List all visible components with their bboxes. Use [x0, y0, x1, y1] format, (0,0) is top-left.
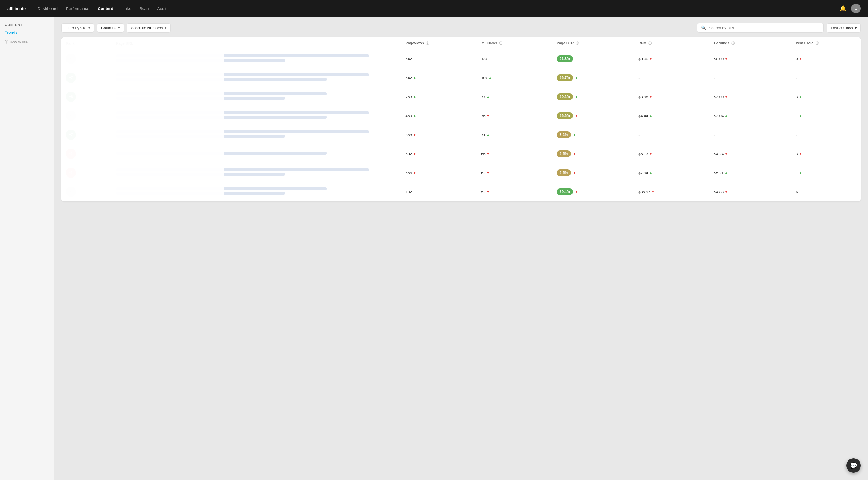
col-clicks-header[interactable]: ▼ Clicks ⓘ — [477, 37, 553, 50]
chevron-down-icon: ▾ — [855, 26, 857, 30]
sort-icon: ▼ — [481, 41, 485, 45]
earnings-cell: $2.04▲ — [710, 107, 792, 125]
ctr-badge: 9.5% — [557, 170, 571, 176]
nav-scan[interactable]: Scan — [140, 6, 149, 11]
info-icon: ⓘ — [815, 41, 819, 45]
earnings-value: $4.24▼ — [714, 152, 728, 156]
trend-up-icon: ▲ — [573, 133, 576, 137]
trend-up-icon: ▲ — [799, 171, 802, 175]
clicks-value: 62▼ — [481, 171, 490, 175]
nav-audit[interactable]: Audit — [157, 6, 167, 11]
trend-down-icon: ▼ — [799, 57, 802, 61]
search-container: 🔍 — [697, 23, 824, 33]
pageviews-value: 753▲ — [406, 95, 416, 99]
earnings-cell: $0.00▼ — [710, 50, 792, 68]
col-earnings-header: Earnings ⓘ — [710, 37, 792, 50]
bell-icon[interactable]: 🔔 — [840, 5, 846, 12]
clicks-cell: 137— — [477, 50, 553, 68]
sidebar-item-trends[interactable]: Trends — [5, 30, 50, 35]
trend-down-icon: ▼ — [724, 95, 728, 98]
earnings-cell: - — [710, 125, 792, 144]
trend-down-icon: ▼ — [649, 95, 652, 98]
ctr-badge: 8.2% — [557, 131, 571, 138]
chevron-down-icon: ▾ — [165, 26, 167, 30]
items-value: - — [796, 133, 797, 137]
nav-performance[interactable]: Performance — [66, 6, 89, 11]
info-icon: ⓘ — [576, 41, 579, 45]
rpm-value: - — [638, 133, 640, 137]
filter-by-site-button[interactable]: Filter by site ▾ — [61, 23, 94, 33]
earnings-cell: $4.88▼ — [710, 182, 792, 202]
trend-up-icon: ▲ — [649, 114, 652, 118]
clicks-value: 52▼ — [481, 190, 490, 194]
items-value: 0▼ — [796, 57, 802, 61]
trend-up-icon: ▲ — [799, 114, 802, 118]
ctr-cell: 16.7% ▲ — [553, 68, 634, 87]
earnings-value: $0.00▼ — [714, 57, 728, 61]
trend-down-icon: ▼ — [649, 57, 652, 61]
ctr-cell: 9.5% ▼ — [553, 144, 634, 163]
trend-down-icon: ▼ — [487, 171, 490, 175]
trend-down-icon: ▼ — [724, 190, 728, 193]
nav-content[interactable]: Content — [98, 6, 113, 11]
columns-button[interactable]: Columns ▾ — [97, 23, 124, 33]
pageviews-cell: 868▼ — [401, 125, 477, 144]
clicks-value: 77▲ — [481, 95, 490, 99]
avatar[interactable]: U — [851, 4, 861, 13]
search-icon: 🔍 — [701, 25, 706, 30]
trend-up-icon: ▲ — [413, 76, 416, 80]
trend-down-icon: ▼ — [413, 133, 416, 137]
items-cell: 3▲ — [792, 87, 861, 107]
clicks-cell: 62▼ — [477, 163, 553, 182]
trend-neutral-icon: — — [413, 57, 416, 61]
numbers-label: Absolute Numbers — [131, 26, 163, 30]
logo[interactable]: affilimate — [7, 6, 26, 11]
ctr-cell: 9.5% ▼ — [553, 163, 634, 182]
trend-down-icon: ▼ — [487, 114, 490, 118]
pageviews-value: 642▲ — [406, 76, 416, 80]
pageviews-value: 656▼ — [406, 171, 416, 175]
earnings-value: $5.21▲ — [714, 171, 728, 175]
items-value: 1▲ — [796, 114, 802, 118]
ctr-badge: 10.2% — [557, 93, 573, 100]
search-input[interactable] — [709, 26, 820, 30]
earnings-value: - — [714, 76, 715, 80]
items-value: 1▲ — [796, 171, 802, 175]
col-rpm-header: RPM ⓘ — [634, 37, 710, 50]
rpm-value: $0.00▼ — [638, 57, 652, 61]
columns-label: Columns — [101, 26, 116, 30]
rpm-value: - — [638, 76, 640, 80]
clicks-value: 76▼ — [481, 114, 490, 118]
trend-down-icon: ▼ — [573, 171, 576, 175]
rpm-cell: - — [634, 68, 710, 87]
items-cell: 0▼ — [792, 50, 861, 68]
ctr-badge: 21.3% — [557, 56, 573, 62]
earnings-value: $2.04▲ — [714, 114, 728, 118]
sidebar-help[interactable]: ⓘ How to use — [5, 39, 50, 44]
rpm-value: $4.44▲ — [638, 114, 652, 118]
info-icon: ⓘ — [732, 41, 735, 45]
items-cell: - — [792, 68, 861, 87]
rpm-value: $36.97▼ — [638, 190, 655, 194]
pageviews-cell: 642— — [401, 50, 477, 68]
privacy-overlay — [61, 37, 224, 202]
numbers-button[interactable]: Absolute Numbers ▾ — [127, 23, 170, 33]
pageviews-value: 642— — [406, 57, 416, 61]
navbar: affilimate Dashboard Performance Content… — [0, 0, 868, 17]
clicks-value: 107▲ — [481, 76, 492, 80]
items-cell: 6 — [792, 182, 861, 202]
nav-dashboard[interactable]: Dashboard — [38, 6, 58, 11]
trend-up-icon: ▲ — [575, 95, 578, 98]
pageviews-value: 868▼ — [406, 133, 416, 137]
rpm-cell: $6.13▼ — [634, 144, 710, 163]
pageviews-value: 692▼ — [406, 152, 416, 156]
clicks-cell: 76▼ — [477, 107, 553, 125]
earnings-value: - — [714, 133, 715, 137]
nav-links-item[interactable]: Links — [121, 6, 131, 11]
trend-down-icon: ▼ — [413, 171, 416, 175]
chat-bubble[interactable]: 💬 — [846, 458, 861, 473]
date-picker[interactable]: Last 30 days ▾ — [827, 23, 861, 33]
trend-up-icon: ▲ — [799, 95, 802, 98]
trend-down-icon: ▼ — [573, 152, 576, 156]
trend-neutral-icon: — — [413, 190, 416, 193]
